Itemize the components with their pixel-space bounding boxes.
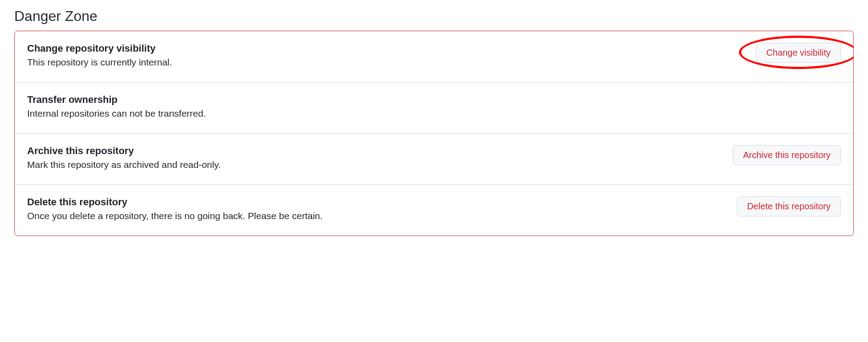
archive-repository-text: Archive this repository Mark this reposi… [27,145,733,170]
archive-repository-row: Archive this repository Mark this reposi… [15,134,853,185]
archive-repository-desc: Mark this repository as archived and rea… [27,159,733,170]
delete-repository-button[interactable]: Delete this repository [737,196,841,216]
change-visibility-action: Change visibility [756,43,841,63]
change-visibility-desc: This repository is currently internal. [27,57,756,68]
archive-repository-button[interactable]: Archive this repository [733,145,841,165]
delete-repository-title: Delete this repository [27,196,737,208]
archive-repository-action: Archive this repository [733,145,841,165]
delete-repository-action: Delete this repository [737,196,841,216]
change-visibility-title: Change repository visibility [27,43,756,54]
change-visibility-text: Change repository visibility This reposi… [27,43,756,68]
delete-repository-row: Delete this repository Once you delete a… [15,185,853,236]
change-visibility-button[interactable]: Change visibility [756,43,841,63]
transfer-ownership-title: Transfer ownership [27,94,841,106]
transfer-ownership-desc: Internal repositories can not be transfe… [27,108,841,119]
danger-zone-box: Change repository visibility This reposi… [14,31,854,236]
transfer-ownership-row: Transfer ownership Internal repositories… [15,82,853,134]
danger-zone-heading: Danger Zone [14,8,854,24]
change-visibility-row: Change repository visibility This reposi… [15,31,853,82]
transfer-ownership-text: Transfer ownership Internal repositories… [27,94,841,119]
archive-repository-title: Archive this repository [27,145,733,157]
delete-repository-text: Delete this repository Once you delete a… [27,196,737,221]
delete-repository-desc: Once you delete a repository, there is n… [27,211,737,221]
